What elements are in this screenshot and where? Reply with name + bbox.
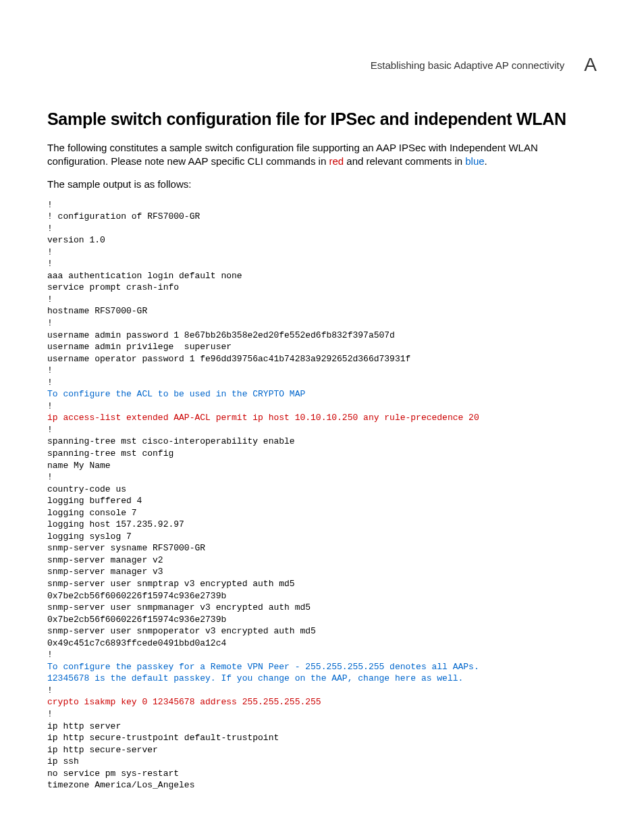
intro-paragraph: The following constitutes a sample switc… <box>47 141 597 169</box>
code-block-2: ! <box>47 401 53 411</box>
section-title: Sample switch configuration file for IPS… <box>47 109 597 129</box>
code-sample: ! ! configuration of RFS7000-GR ! versio… <box>47 199 597 791</box>
code-comment-2: To configure the passkey for a Remote VP… <box>47 662 479 684</box>
appendix-label: A <box>584 54 597 76</box>
breadcrumb: Establishing basic Adaptive AP connectiv… <box>371 59 564 71</box>
code-block-5: ! ip http server ip http secure-trustpoi… <box>47 709 279 790</box>
intro-post: . <box>485 155 487 167</box>
code-red-1: ip access-list extended AAP-ACL permit i… <box>47 413 479 423</box>
intro-mid: and relevant comments in <box>344 155 465 167</box>
code-block-3: ! spanning-tree mst cisco-interoperabili… <box>47 425 316 660</box>
code-red-2: crypto isakmp key 0 12345678 address 255… <box>47 697 321 707</box>
document-page: Establishing basic Adaptive AP connectiv… <box>0 0 644 834</box>
page-header: Establishing basic Adaptive AP connectiv… <box>47 54 597 76</box>
lead-text: The sample output is as follows: <box>47 178 597 190</box>
intro-red-word: red <box>329 155 344 167</box>
intro-blue-word: blue <box>465 155 484 167</box>
code-block-1: ! ! configuration of RFS7000-GR ! versio… <box>47 200 410 388</box>
code-comment-1: To configure the ACL to be used in the C… <box>47 389 305 399</box>
code-block-4: ! <box>47 685 53 696</box>
